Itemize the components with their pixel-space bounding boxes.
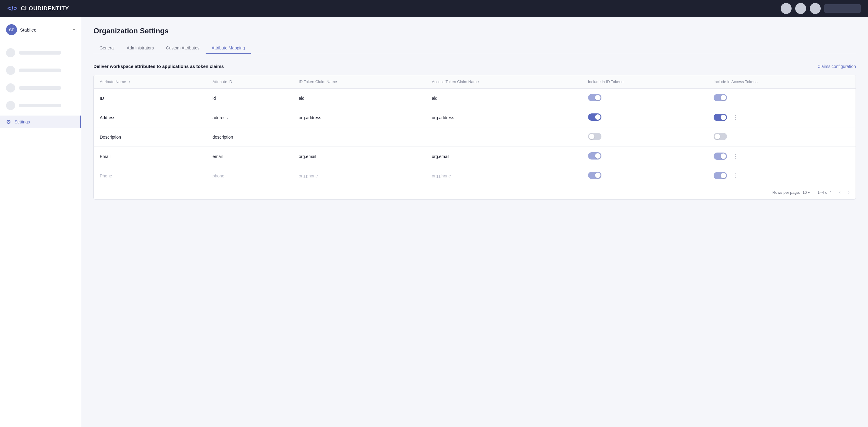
cell-attribute-id: description [207, 127, 293, 147]
cell-include-access-tokens [708, 89, 856, 107]
toggle-off[interactable] [588, 133, 601, 140]
cell-access-token-claim: aid [426, 89, 582, 108]
cell-attribute-id: address [207, 108, 293, 127]
toggle-partial[interactable] [588, 94, 601, 101]
pagination-info: 1–4 of 4 [817, 190, 832, 195]
brand-logo: </> CLOUDIDENTITY [7, 4, 69, 12]
user-avatar: ST [6, 24, 17, 35]
cell-include-access-tokens [708, 127, 856, 146]
toggle-on[interactable] [714, 114, 727, 121]
cell-attribute-name: Address [94, 108, 207, 127]
cell-access-token-claim: org.phone [426, 166, 582, 186]
nav-placeholder [824, 4, 861, 13]
col-include-id-tokens: Include in ID Tokens [582, 75, 708, 89]
toggle-off[interactable] [714, 133, 727, 140]
sort-arrow-icon: ↑ [128, 80, 130, 84]
chevron-down-icon[interactable]: ▾ [73, 28, 75, 32]
cell-attribute-id: phone [207, 166, 293, 186]
cell-id-token-claim: org.phone [293, 166, 426, 186]
cell-include-access-tokens: ⋮ [708, 108, 856, 127]
topnav-right [781, 3, 861, 14]
section-header: Deliver workspace attributes to applicat… [93, 64, 856, 69]
cell-include-id-tokens [582, 89, 708, 108]
col-id-token-claim: ID Token Claim Name [293, 75, 426, 89]
sidebar-skeleton-item-3 [0, 80, 81, 95]
cell-include-id-tokens [582, 127, 708, 147]
cell-attribute-id: email [207, 147, 293, 166]
tab-attribute-mapping[interactable]: Attribute Mapping [206, 42, 251, 54]
nav-avatar-3[interactable] [810, 3, 821, 14]
skeleton-avatar-1 [6, 48, 15, 57]
cell-attribute-name: Phone [94, 166, 207, 186]
sidebar-skeleton-item-4 [0, 98, 81, 113]
toggle-partial[interactable] [588, 172, 601, 179]
sidebar-user[interactable]: ST Stabilee ▾ [0, 22, 81, 40]
cell-include-access-tokens: ⋮ [708, 166, 856, 185]
table-header-row: Attribute Name ↑ Attribute ID ID Token C… [94, 75, 856, 89]
table-row: Phonephoneorg.phoneorg.phone ⋮ [94, 166, 856, 186]
sidebar: ST Stabilee ▾ ⚙ Settings [0, 17, 81, 427]
skeleton-line-2 [19, 68, 61, 72]
rows-select-chevron-icon: ▾ [808, 190, 810, 195]
cell-attribute-name: ID [94, 89, 207, 108]
skeleton-avatar-3 [6, 83, 15, 92]
toggle-partial[interactable] [714, 172, 727, 179]
col-attribute-name[interactable]: Attribute Name ↑ [94, 75, 207, 89]
sidebar-settings-label: Settings [14, 120, 30, 124]
brand-name: CLOUDIDENTITY [21, 5, 69, 12]
claims-configuration-link[interactable]: Claims configuration [817, 64, 856, 69]
tabs: General Administrators Custom Attributes… [93, 42, 856, 54]
toggle-partial[interactable] [714, 94, 727, 101]
skeleton-avatar-4 [6, 101, 15, 110]
cell-attribute-id: id [207, 89, 293, 108]
rows-per-page: Rows per page: 10 ▾ [772, 190, 810, 195]
tab-general[interactable]: General [93, 42, 121, 54]
sidebar-skeleton-item-2 [0, 63, 81, 78]
cell-include-id-tokens [582, 108, 708, 127]
cell-access-token-claim [426, 127, 582, 147]
tab-custom-attributes[interactable]: Custom Attributes [160, 42, 206, 54]
sidebar-skeleton-item-1 [0, 45, 81, 60]
cell-include-id-tokens [582, 166, 708, 186]
toggle-partial[interactable] [714, 153, 727, 160]
more-menu-icon[interactable]: ⋮ [732, 172, 740, 180]
table-row: IDidaidaid [94, 89, 856, 108]
pagination-next-icon[interactable]: › [848, 189, 849, 195]
logo-icon: </> [7, 4, 18, 12]
more-menu-icon[interactable]: ⋮ [732, 114, 740, 121]
more-menu-icon[interactable]: ⋮ [732, 152, 740, 160]
nav-avatar-1[interactable] [781, 3, 792, 14]
cell-attribute-name: Email [94, 147, 207, 166]
cell-access-token-claim: org.address [426, 108, 582, 127]
toggle-partial[interactable] [588, 152, 601, 159]
skeleton-avatar-2 [6, 66, 15, 75]
page-title: Organization Settings [93, 27, 856, 35]
sidebar-item-settings[interactable]: ⚙ Settings [0, 116, 81, 128]
cell-include-id-tokens [582, 147, 708, 166]
cell-attribute-name: Description [94, 127, 207, 147]
tab-administrators[interactable]: Administrators [121, 42, 160, 54]
section-title: Deliver workspace attributes to applicat… [93, 64, 224, 69]
cell-id-token-claim [293, 127, 426, 147]
table-row: Addressaddressorg.addressorg.address ⋮ [94, 108, 856, 127]
skeleton-line-3 [19, 86, 61, 90]
toggle-on[interactable] [588, 114, 601, 121]
rows-per-page-select[interactable]: 10 ▾ [803, 190, 810, 195]
cell-id-token-claim: org.email [293, 147, 426, 166]
nav-avatar-2[interactable] [795, 3, 806, 14]
rows-per-page-value: 10 [803, 190, 807, 195]
top-navigation: </> CLOUDIDENTITY [0, 0, 868, 17]
user-name: Stabilee [20, 27, 36, 32]
main-content: Organization Settings General Administra… [81, 17, 868, 427]
skeleton-line-1 [19, 51, 61, 55]
table-row: Descriptiondescription [94, 127, 856, 147]
cell-id-token-claim: aid [293, 89, 426, 108]
cell-access-token-claim: org.email [426, 147, 582, 166]
cell-id-token-claim: org.address [293, 108, 426, 127]
skeleton-line-4 [19, 104, 61, 108]
table-row: Emailemailorg.emailorg.email ⋮ [94, 147, 856, 166]
pagination-prev-icon[interactable]: ‹ [839, 189, 840, 195]
col-attribute-id: Attribute ID [207, 75, 293, 89]
pagination-row: Rows per page: 10 ▾ 1–4 of 4 ‹ › [94, 185, 856, 199]
settings-icon: ⚙ [6, 119, 11, 125]
